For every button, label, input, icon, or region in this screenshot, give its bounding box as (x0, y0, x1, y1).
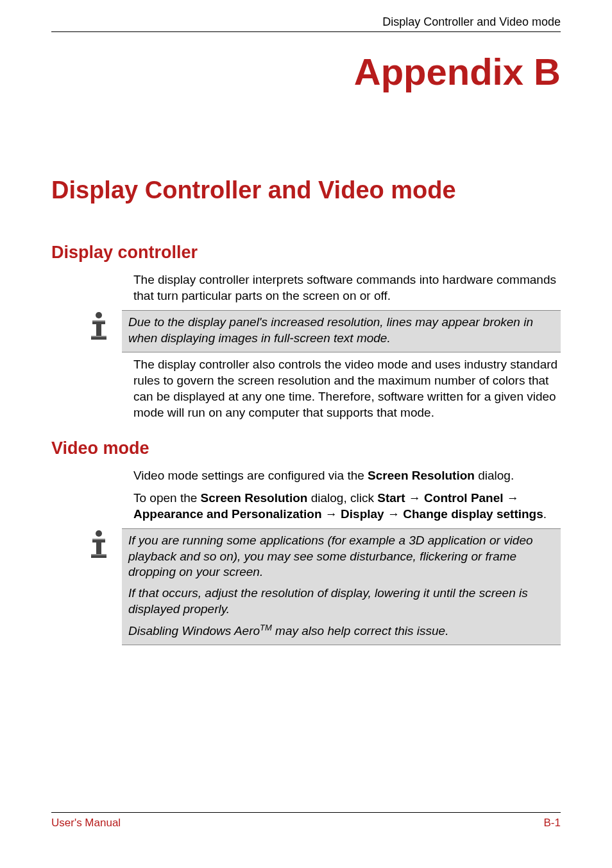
nav-start: Start (377, 491, 405, 505)
section-display-controller-title: Display controller (51, 243, 561, 263)
s2-paragraph-1: Video mode settings are configured via t… (133, 467, 561, 483)
s2-p2-b: Screen Resolution (201, 491, 308, 505)
s2-paragraph-2: To open the Screen Resolution dialog, cl… (133, 490, 561, 522)
footer-left: User's Manual (51, 817, 121, 829)
s2-p1-c: dialog. (475, 469, 514, 482)
chapter-title: Display Controller and Video mode (51, 177, 561, 204)
nav-control-panel: Control Panel (424, 491, 504, 505)
running-title-text: Display Controller and Video mode (382, 15, 561, 28)
info-icon (86, 528, 122, 562)
s2-note-p1: If you are running some applications (fo… (128, 533, 554, 580)
nav-display: Display (341, 507, 384, 521)
svg-rect-2 (96, 320, 101, 336)
nav-appearance: Appearance and Personalization (133, 507, 322, 521)
s2-p1-a: Video mode settings are configured via t… (133, 469, 368, 482)
arrow-icon: → (387, 507, 400, 521)
section-video-mode-title: Video mode (51, 438, 561, 458)
svg-point-6 (96, 530, 102, 537)
s2-note-p3a: Disabling Windows Aero (128, 624, 260, 638)
nav-change-display-settings: Change display settings (403, 507, 543, 521)
svg-rect-4 (92, 320, 105, 322)
s2-note-p3b: may also help correct this issue. (272, 624, 449, 638)
arrow-icon: → (507, 491, 519, 505)
s2-note-p3: Disabling Windows AeroTM may also help c… (128, 623, 554, 639)
s1-note: Due to the display panel's increased res… (86, 310, 561, 352)
s2-p1-b: Screen Resolution (368, 469, 475, 482)
s1-paragraph-2: The display controller also controls the… (133, 356, 561, 421)
svg-rect-5 (91, 336, 106, 337)
s1-note-text: Due to the display panel's increased res… (128, 315, 554, 346)
s2-p2-c: dialog, click (307, 491, 377, 505)
s1-paragraph-1: The display controller interprets softwa… (133, 272, 561, 304)
appendix-label: Appendix B (51, 50, 561, 93)
svg-rect-10 (92, 539, 105, 540)
svg-point-0 (96, 312, 102, 318)
svg-rect-11 (91, 554, 106, 555)
arrow-icon: → (325, 507, 337, 521)
info-icon (86, 310, 122, 343)
s2-note: If you are running some applications (fo… (86, 528, 561, 645)
tm-mark: TM (260, 623, 272, 632)
svg-rect-8 (96, 539, 101, 554)
s2-period: . (543, 507, 547, 521)
s2-note-p2: If that occurs, adjust the resolution of… (128, 586, 554, 617)
footer-right: B-1 (544, 817, 561, 829)
s2-p2-a: To open the (133, 491, 201, 505)
page-footer: User's Manual B-1 (51, 812, 561, 829)
running-header: Display Controller and Video mode (51, 15, 561, 32)
s2-note-box: If you are running some applications (fo… (122, 528, 561, 645)
s1-note-box: Due to the display panel's increased res… (122, 310, 561, 352)
arrow-icon: → (409, 491, 421, 505)
